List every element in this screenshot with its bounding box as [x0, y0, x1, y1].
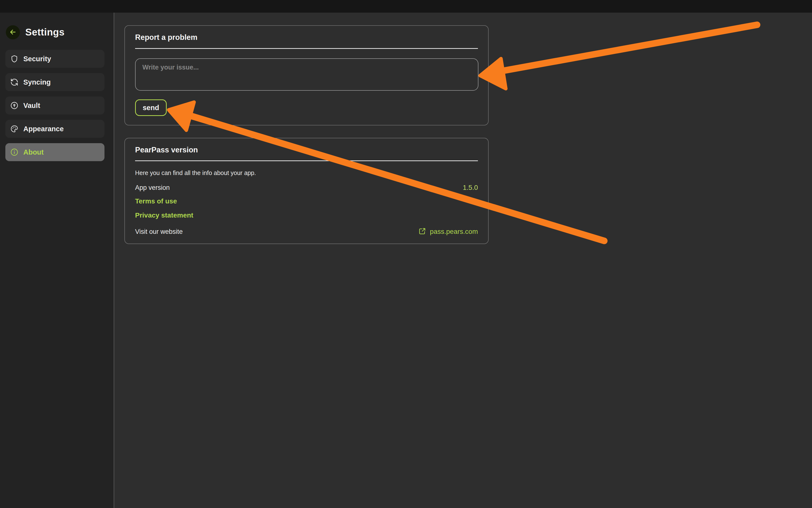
- page-title: Settings: [25, 26, 64, 38]
- version-card: PearPass version Here you can find all t…: [124, 138, 489, 244]
- sidebar-item-label: Security: [23, 55, 51, 63]
- send-button[interactable]: send: [135, 99, 167, 116]
- website-link[interactable]: pass.pears.com: [418, 227, 478, 236]
- window-titlebar: [0, 0, 812, 13]
- sidebar-item-security[interactable]: Security: [5, 50, 104, 68]
- app-version-label: App version: [135, 184, 170, 192]
- back-button[interactable]: [6, 25, 20, 39]
- divider: [135, 160, 478, 161]
- issue-textarea[interactable]: [135, 58, 479, 91]
- arrow-left-icon: [9, 28, 17, 37]
- sidebar-item-label: Vault: [23, 101, 40, 110]
- settings-sidebar: Settings Security Syncing: [0, 13, 114, 508]
- pearpass-settings-window: Settings Security Syncing: [0, 0, 812, 508]
- website-row: Visit our website pass.pears.com: [135, 227, 478, 237]
- palette-icon: [10, 125, 18, 133]
- info-icon: [10, 148, 18, 156]
- sidebar-item-label: Appearance: [23, 125, 64, 133]
- version-card-description: Here you can find all the info about you…: [135, 169, 256, 176]
- report-card-title: Report a problem: [135, 33, 197, 42]
- sidebar-item-appearance[interactable]: Appearance: [5, 120, 104, 138]
- version-card-title: PearPass version: [135, 145, 198, 154]
- sidebar-item-vault[interactable]: Vault: [5, 96, 104, 115]
- sidebar-item-label: About: [23, 148, 44, 156]
- vault-key-icon: [10, 101, 18, 110]
- sidebar-item-label: Syncing: [23, 78, 51, 86]
- sidebar-item-about[interactable]: About: [5, 143, 104, 161]
- privacy-statement-link[interactable]: Privacy statement: [135, 211, 193, 219]
- sync-icon: [10, 78, 18, 86]
- app-version-value: 1.5.0: [463, 184, 478, 192]
- terms-of-use-link[interactable]: Terms of use: [135, 197, 177, 205]
- report-problem-card: Report a problem send: [124, 25, 489, 125]
- sidebar-item-syncing[interactable]: Syncing: [5, 73, 104, 91]
- website-url: pass.pears.com: [430, 228, 478, 236]
- app-version-row: App version 1.5.0: [135, 183, 478, 192]
- divider: [135, 48, 478, 49]
- settings-content: Report a problem send PearPass version H…: [115, 13, 812, 508]
- settings-nav: Security Syncing: [5, 50, 104, 167]
- shield-icon: [10, 55, 18, 63]
- website-label: Visit our website: [135, 228, 183, 236]
- external-link-icon: [418, 227, 426, 236]
